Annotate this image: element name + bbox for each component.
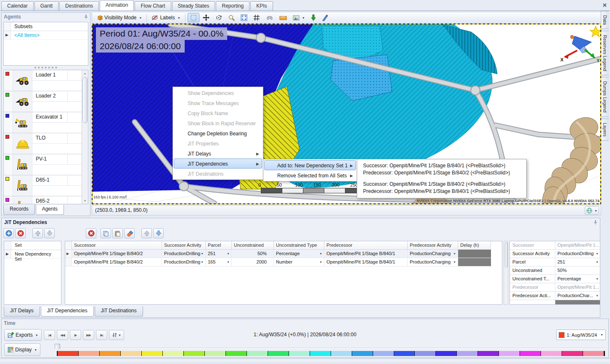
cell-predecessor[interactable]: Openpit/Mine/Pit 1/Stage B/840/1	[324, 250, 408, 258]
tab-steady-states[interactable]: Steady States	[172, 1, 215, 11]
set-name[interactable]: New Dependency Set	[11, 250, 61, 258]
subset-row[interactable]: ▶ <All Items>	[4, 31, 88, 40]
animation-viewport[interactable]: X Y Period 01: Aug/W35/24 - 00.0% 2026/0…	[92, 24, 601, 204]
screenshot-button[interactable]: ▼	[290, 13, 308, 22]
copy-button[interactable]	[101, 228, 111, 238]
property-row-predecessor[interactable]: PredecessorOpenpit/Mine/Pit 1...	[510, 283, 600, 292]
property-row-extra[interactable]	[510, 300, 600, 305]
tab-jit-delays[interactable]: JiT Delays	[4, 306, 40, 317]
delete-set-button[interactable]	[15, 228, 26, 238]
property-value[interactable]: Percentage▼	[555, 275, 600, 283]
cell-successor-activity[interactable]: ProductionDrilling▼	[162, 250, 206, 258]
cell-predecessor-activity[interactable]: ProductionCharging▼	[408, 250, 458, 258]
menu-item-jit-dependencies[interactable]: JiT Dependencies▶	[174, 158, 262, 169]
scroll-up-icon[interactable]: ▲	[82, 70, 88, 76]
zoom-button[interactable]	[225, 13, 237, 22]
property-row-successor[interactable]: SuccessorOpenpit/Mine/Pit 1...	[510, 241, 600, 250]
cell-predecessor-activity[interactable]: ProductionCharging▼	[408, 258, 458, 266]
column-header-predecessor[interactable]: Predecessor	[324, 241, 408, 250]
cell-unconstrained-type[interactable]: Number▼	[274, 258, 324, 266]
column-header-unconstrained-type[interactable]: Unconstrained Type	[274, 241, 324, 250]
dependency-pair-item[interactable]: Successor: Openpit/Mine/Pit 1/Stage B/84…	[358, 179, 525, 197]
tab-reporting[interactable]: Reporting	[216, 1, 249, 11]
dock-tab-data[interactable]: Data	[601, 11, 609, 29]
cell-parcel[interactable]: 251▼	[206, 250, 232, 258]
cell-delay[interactable]	[458, 250, 491, 258]
agent-row-loader-1[interactable]: Loader 1	[4, 70, 82, 91]
property-row-unconstrained-t[interactable]: Unconstrained T...Percentage▼	[510, 275, 600, 283]
period-selector[interactable]: 1: Aug/W35/24 ▼	[556, 330, 606, 340]
property-row-unconstrained[interactable]: Unconstrained50%	[510, 266, 600, 275]
tab-animation[interactable]: Animation	[100, 0, 134, 11]
delete-dependency-button[interactable]	[86, 228, 96, 238]
tab-calendar[interactable]: Calendar	[1, 1, 34, 11]
move-set-up-button[interactable]	[32, 228, 43, 238]
property-value[interactable]: ProductionDrilling▼	[555, 250, 600, 258]
selection-marquee-button[interactable]	[188, 13, 199, 22]
agent-row-loader-2[interactable]: Loader 2	[4, 91, 82, 112]
agent-row-excavator-1[interactable]: Excavator 1	[4, 112, 82, 133]
set-row[interactable]: ▶ New Dependency Set	[4, 250, 61, 259]
tab-agents[interactable]: Agents	[36, 205, 64, 215]
pan-button[interactable]	[200, 13, 212, 22]
property-value[interactable]: 251▼	[555, 258, 600, 266]
move-set-down-button[interactable]	[44, 228, 55, 238]
dock-tab-reserves-legend[interactable]: Reserves Legend	[601, 31, 609, 75]
agent-row-tlo[interactable]: TLO	[4, 133, 82, 154]
tab-flow-chart[interactable]: Flow Chart	[135, 1, 171, 11]
navigation-button[interactable]	[263, 13, 276, 22]
dock-tab-layers[interactable]: Layers	[601, 119, 609, 141]
move-dependency-down-button[interactable]	[153, 228, 164, 238]
paste-button[interactable]	[112, 228, 123, 238]
period-gradient-bar[interactable]	[57, 351, 605, 356]
close-icon[interactable]: ✕	[602, 2, 607, 8]
column-header-delay-h[interactable]: Delay (h)	[458, 241, 491, 250]
dock-tab-dumps-legend[interactable]: Dumps Legend	[601, 77, 609, 117]
time-slider[interactable]	[44, 343, 606, 357]
table-scrollbar[interactable]	[504, 241, 508, 305]
splitter-handle[interactable]: ■ ■ ■ ■ ■ ■ ■	[2, 66, 90, 70]
slider-thumb[interactable]	[55, 344, 60, 351]
erase-button[interactable]	[124, 228, 135, 238]
scroll-thumb[interactable]	[505, 242, 508, 267]
column-header-predecessor-activity[interactable]: Predecessor Activity	[408, 241, 458, 250]
grid-button[interactable]	[251, 13, 263, 22]
cell-successor[interactable]: Openpit/Mine/Pit 1/Stage B/840/2	[72, 258, 162, 266]
dependency-pair-item[interactable]: Successor: Openpit/Mine/Pit 1/Stage B/84…	[358, 160, 525, 179]
tab-gantt[interactable]: Gantt	[34, 1, 58, 11]
cell-parcel[interactable]: 165▼	[206, 258, 232, 266]
column-header-parcel[interactable]: Parcel	[206, 241, 232, 250]
agent-row-pv-1[interactable]: PV-1	[4, 154, 82, 175]
scroll-thumb[interactable]	[82, 77, 88, 123]
tab-records[interactable]: Records	[3, 205, 35, 215]
edit-pencil-button[interactable]	[319, 13, 330, 22]
property-value[interactable]: ProductionChar...▼	[555, 292, 600, 300]
display-button[interactable]: Display ▼	[4, 343, 40, 356]
measure-button[interactable]	[277, 13, 289, 22]
tab-jit-dependencies[interactable]: JiT Dependencies	[41, 306, 94, 317]
cell-unconstrained[interactable]: 2000	[232, 258, 274, 266]
subset-value[interactable]: <All Items>	[11, 31, 43, 40]
globe-button[interactable]: ▼	[585, 206, 599, 215]
agent-row-d65-2[interactable]: D65-2	[4, 196, 82, 204]
add-set-button[interactable]	[3, 228, 14, 238]
scroll-down-icon[interactable]: ▼	[82, 198, 88, 204]
menu-item-add-to-new-dependency-set-1[interactable]: Add to: New Dependency Set 1▶	[264, 160, 356, 170]
column-header-successor-activity[interactable]: Successor Activity	[162, 241, 206, 250]
orbit-button[interactable]	[213, 13, 225, 22]
property-row-parcel[interactable]: Parcel251▼	[510, 258, 600, 266]
column-header-unconstrained[interactable]: Unconstrained	[232, 241, 274, 250]
import-arrow-button[interactable]	[308, 13, 318, 22]
property-row-predecessor-acti[interactable]: Predecessor Acti...ProductionChar...▼	[510, 292, 600, 300]
agent-row-d65-1[interactable]: D65-1	[4, 175, 82, 196]
pin-icon[interactable]	[84, 15, 88, 19]
dependency-row[interactable]: ▶Openpit/Mine/Pit 1/Stage B/840/2Product…	[65, 250, 502, 258]
cell-predecessor[interactable]: Openpit/Mine/Pit 1/Stage B/840/1	[324, 258, 408, 266]
cell-successor-activity[interactable]: ProductionDrilling▼	[162, 258, 206, 266]
cell-delay[interactable]	[458, 258, 491, 266]
cell-unconstrained[interactable]: 50%	[232, 250, 274, 258]
menu-item-change-depletion-bearing[interactable]: Change Depletion Bearing	[174, 128, 262, 138]
property-row-successor-activity[interactable]: Successor ActivityProductionDrilling▼	[510, 250, 600, 258]
dependency-row[interactable]: Openpit/Mine/Pit 1/Stage B/840/2Producti…	[65, 258, 502, 266]
menu-item-jit-delays[interactable]: JiT Delays▶	[174, 148, 262, 158]
